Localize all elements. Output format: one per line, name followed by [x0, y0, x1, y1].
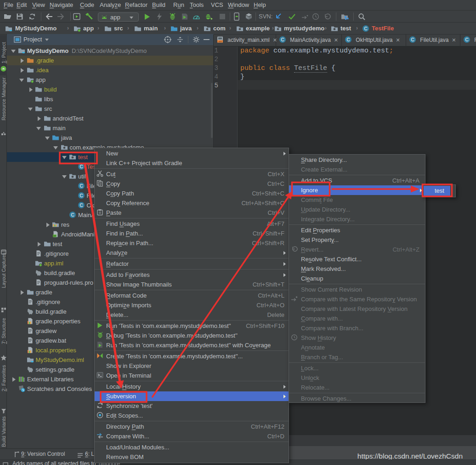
- svg-text:C: C: [465, 37, 469, 42]
- svg-text:C: C: [364, 26, 368, 31]
- svg-text:C: C: [79, 164, 83, 169]
- svg-text:C: C: [281, 37, 284, 42]
- svg-text:MF: MF: [53, 235, 56, 237]
- svg-text:C: C: [79, 202, 83, 208]
- svg-text:xml: xml: [219, 40, 222, 43]
- svg-text:C: C: [79, 193, 83, 198]
- svg-text:C: C: [71, 212, 74, 218]
- svg-text:C: C: [346, 37, 350, 42]
- svg-text:C: C: [411, 37, 414, 42]
- svg-text:C: C: [79, 183, 83, 189]
